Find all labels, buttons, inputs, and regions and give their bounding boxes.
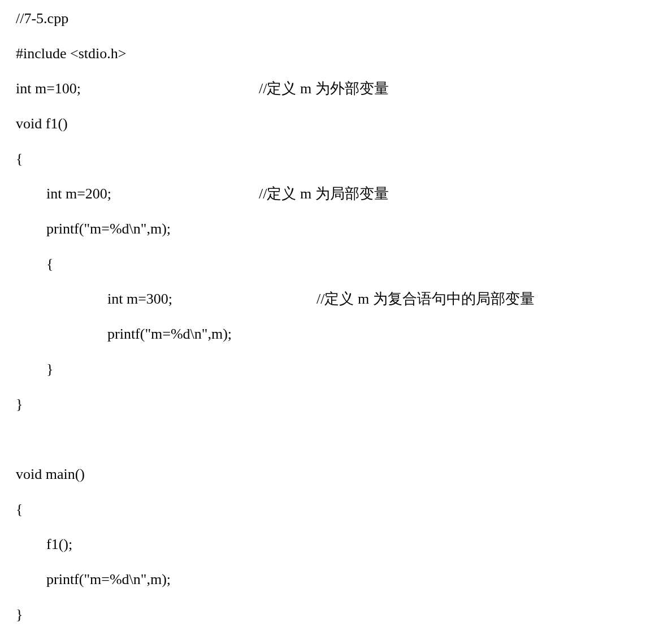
code-line: void main() xyxy=(16,467,656,482)
code-line: { xyxy=(16,502,656,517)
code-line: { xyxy=(16,257,656,271)
code-line: printf("m=%d\n",m); xyxy=(16,572,656,587)
code-text: #include <stdio.h> xyxy=(16,46,259,61)
code-text: printf("m=%d\n",m); xyxy=(46,222,259,236)
code-line: printf("m=%d\n",m); xyxy=(16,327,656,342)
code-text: int m=100; xyxy=(16,81,259,96)
code-text: void main() xyxy=(16,467,259,482)
code-text: printf("m=%d\n",m); xyxy=(46,572,259,587)
code-line: void f1() xyxy=(16,116,656,131)
code-line: { xyxy=(16,152,656,166)
code-line: } xyxy=(16,397,656,412)
comment-text: //定义 m 为局部变量 xyxy=(259,187,389,201)
code-line: } xyxy=(16,362,656,377)
code-text: } xyxy=(16,397,259,412)
code-line: int m=300; //定义 m 为复合语句中的局部变量 xyxy=(16,292,656,306)
code-line: f1(); xyxy=(16,537,656,552)
code-text: //7-5.cpp xyxy=(16,11,259,26)
comment-text: //定义 m 为外部变量 xyxy=(259,81,389,96)
code-text: printf("m=%d\n",m); xyxy=(107,327,317,342)
comment-text: //定义 m 为复合语句中的局部变量 xyxy=(317,292,535,306)
code-block: //7-5.cpp #include <stdio.h> int m=100; … xyxy=(16,11,656,622)
code-text: int m=300; xyxy=(107,292,317,306)
code-text: f1(); xyxy=(46,537,259,552)
code-line: int m=100; //定义 m 为外部变量 xyxy=(16,81,656,96)
blank-line xyxy=(16,432,656,467)
code-text: { xyxy=(46,257,259,271)
code-line: } xyxy=(16,607,656,622)
code-line: int m=200; //定义 m 为局部变量 xyxy=(16,187,656,201)
code-line: #include <stdio.h> xyxy=(16,46,656,61)
code-line: printf("m=%d\n",m); xyxy=(16,222,656,236)
code-text: } xyxy=(46,362,259,377)
code-text: { xyxy=(16,502,259,517)
code-text: void f1() xyxy=(16,116,259,131)
code-text: int m=200; xyxy=(46,187,259,201)
code-line: //7-5.cpp xyxy=(16,11,656,26)
code-text: } xyxy=(16,607,259,622)
code-text: { xyxy=(16,152,259,166)
